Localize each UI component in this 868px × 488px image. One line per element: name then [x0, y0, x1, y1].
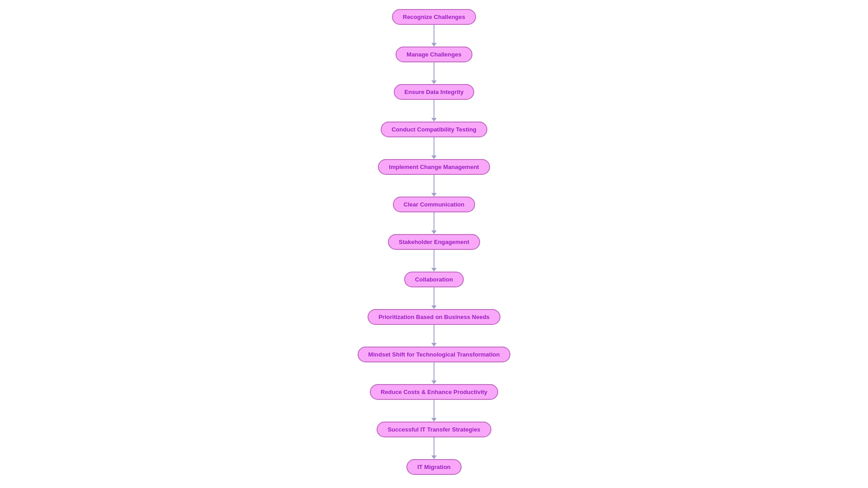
connector-line: [434, 400, 434, 418]
connector-arrow-7: [431, 287, 437, 309]
connector-arrow-5: [431, 212, 437, 234]
connector-arrowhead: [431, 268, 437, 272]
connector-line: [434, 212, 434, 230]
connector-arrowhead: [431, 80, 437, 84]
flowchart-node-clear-communication: Clear Communication: [393, 197, 475, 212]
connector-line: [434, 175, 434, 193]
connector-line: [434, 137, 434, 155]
connector-line: [434, 100, 434, 118]
connector-arrowhead: [431, 193, 437, 197]
connector-line: [434, 325, 434, 343]
connector-line: [434, 362, 434, 380]
connector-arrowhead: [431, 343, 437, 347]
connector-arrow-2: [431, 100, 437, 122]
connector-line: [434, 250, 434, 268]
flowchart-node-conduct-compatibility-testing: Conduct Compatibility Testing: [381, 122, 487, 137]
connector-line: [434, 437, 434, 455]
flowchart-node-mindset-shift: Mindset Shift for Technological Transfor…: [358, 347, 511, 362]
connector-arrow-10: [431, 400, 437, 422]
connector-arrow-1: [431, 62, 437, 84]
connector-arrow-3: [431, 137, 437, 159]
connector-arrow-0: [431, 25, 437, 47]
connector-arrow-8: [431, 325, 437, 347]
flowchart-node-reduce-costs: Reduce Costs & Enhance Productivity: [370, 384, 498, 400]
flowchart-node-ensure-data-integrity: Ensure Data Integrity: [394, 84, 475, 100]
connector-arrowhead: [431, 155, 437, 159]
connector-line: [434, 25, 434, 43]
connector-arrow-6: [431, 250, 437, 272]
connector-line: [434, 287, 434, 305]
connector-arrowhead: [431, 380, 437, 384]
connector-arrowhead: [431, 455, 437, 459]
connector-arrow-4: [431, 175, 437, 197]
connector-arrow-11: [431, 437, 437, 459]
flowchart-node-stakeholder-engagement: Stakeholder Engagement: [388, 234, 480, 250]
connector-line: [434, 62, 434, 80]
flowchart-node-successful-it-transfer: Successful IT Transfer Strategies: [377, 422, 491, 437]
flowchart-node-it-migration: IT Migration: [406, 459, 462, 475]
flowchart-node-recognize-challenges: Recognize Challenges: [392, 9, 476, 25]
flowchart-node-prioritization-business-needs: Prioritization Based on Business Needs: [368, 309, 500, 325]
connector-arrowhead: [431, 118, 437, 122]
flowchart-node-implement-change-management: Implement Change Management: [378, 159, 490, 175]
connector-arrowhead: [431, 230, 437, 234]
flowchart-node-manage-challenges: Manage Challenges: [396, 47, 472, 62]
flowchart-node-collaboration: Collaboration: [404, 272, 464, 287]
connector-arrowhead: [431, 305, 437, 309]
connector-arrow-9: [431, 362, 437, 384]
connector-arrowhead: [431, 418, 437, 422]
flowchart-container: Recognize ChallengesManage ChallengesEns…: [0, 0, 868, 488]
connector-arrowhead: [431, 43, 437, 47]
